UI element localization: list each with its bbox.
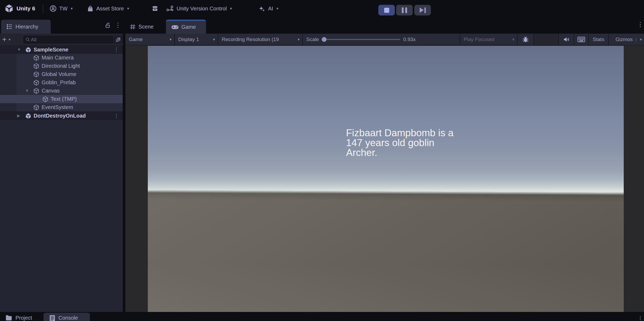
- account-label: TW: [59, 6, 67, 12]
- panel-divider[interactable]: [123, 34, 125, 312]
- gizmos-dropdown[interactable]: Gizmos | ▾: [609, 34, 644, 45]
- keyboard-icon: [578, 37, 585, 42]
- mute-audio-button[interactable]: [559, 34, 574, 45]
- hierarchy-scene-row[interactable]: ▼ SampleScene ⋮: [0, 45, 123, 54]
- gameobject-cube-icon: [42, 96, 49, 102]
- game-panel-kebab-menu-icon[interactable]: ⋮: [637, 21, 643, 28]
- hierarchy-row[interactable]: Global Volume: [0, 70, 123, 78]
- folder-icon: [5, 315, 12, 321]
- divider: [43, 4, 43, 13]
- main-toolbar: Unity 6 TW ▾ Asset Store ▾: [0, 0, 644, 17]
- gameobject-cube-icon: [33, 55, 39, 61]
- version-control-label: Unity Version Control: [177, 6, 227, 12]
- ai-sparkle-icon: [258, 5, 265, 12]
- pause-icon: [402, 7, 407, 13]
- stats-button[interactable]: Stats: [589, 34, 609, 45]
- row-kebab-menu-icon[interactable]: ⋮: [114, 46, 119, 53]
- hierarchy-row-label: Global Volume: [42, 71, 76, 77]
- account-menu[interactable]: TW ▾: [50, 0, 73, 17]
- chevron-down-icon: ▾: [9, 37, 10, 42]
- tab-scene[interactable]: Scene: [124, 20, 159, 34]
- picker-icon: [116, 37, 121, 42]
- play-focused-dropdown[interactable]: Play Focused ▾: [460, 34, 518, 45]
- scale-slider[interactable]: [322, 39, 400, 40]
- unity-logo-icon: [4, 4, 14, 13]
- scale-label: Scale: [303, 37, 319, 42]
- hierarchy-row[interactable]: Goblin_Prefab: [0, 78, 123, 87]
- asset-store-icon: [87, 5, 94, 12]
- hierarchy-row-label: Goblin_Prefab: [42, 79, 76, 86]
- account-icon: [50, 5, 57, 12]
- hierarchy-search-box[interactable]: [23, 36, 113, 43]
- console-icon: [49, 315, 55, 321]
- hierarchy-row-label: Canvas: [42, 88, 60, 94]
- hierarchy-row[interactable]: Text (TMP): [0, 95, 123, 103]
- tab-game[interactable]: Game: [166, 20, 206, 34]
- add-object-button[interactable]: + ▾: [2, 35, 17, 44]
- tab-hierarchy-label: Hierarchy: [15, 24, 38, 30]
- hierarchy-row[interactable]: Main Camera: [0, 54, 123, 62]
- unlock-icon[interactable]: [105, 22, 111, 29]
- gameobject-cube-icon: [33, 88, 39, 94]
- asset-store-menu[interactable]: Asset Store ▾: [87, 0, 129, 17]
- overlay-line: Archer.: [346, 148, 454, 158]
- foldout-triangle-icon[interactable]: ▶: [17, 113, 20, 118]
- bottom-kebab-menu-icon[interactable]: ⋮: [637, 315, 643, 321]
- hierarchy-row[interactable]: Directional Light: [0, 62, 123, 70]
- display-dropdown[interactable]: Display 1 ▾: [175, 34, 218, 45]
- overlay-line: Fizbaart Dampbomb is a: [346, 128, 454, 138]
- speaker-icon: [563, 36, 570, 43]
- hierarchy-row-label: DontDestroyOnLoad: [34, 113, 86, 119]
- asset-store-label: Asset Store: [96, 6, 124, 12]
- package-drawer-icon: [152, 5, 158, 12]
- package-drawer-button[interactable]: [152, 0, 158, 17]
- gameobject-cube-icon: [33, 79, 39, 86]
- step-button[interactable]: [414, 5, 431, 15]
- game-view-content: Fizbaart Dampbomb is a 147 years old gob…: [125, 45, 644, 312]
- chevron-down-icon: ▾: [276, 6, 279, 11]
- game-panel: Game ▾ Display 1 ▾ Recording Resolution …: [125, 34, 644, 312]
- foldout-triangle-icon[interactable]: ▼: [25, 88, 29, 93]
- foldout-triangle-icon[interactable]: ▼: [17, 47, 21, 52]
- chevron-down-icon: ▾: [169, 37, 172, 42]
- tab-hierarchy[interactable]: Hierarchy: [1, 20, 51, 34]
- scale-slider-knob[interactable]: [322, 37, 327, 42]
- chevron-down-icon: ▾: [127, 6, 129, 11]
- hierarchy-kebab-menu-icon[interactable]: ⋮: [115, 21, 121, 29]
- chevron-down-icon: ▾: [512, 37, 514, 42]
- hierarchy-row-label: EventSystem: [42, 104, 73, 110]
- row-kebab-menu-icon[interactable]: ⋮: [114, 113, 119, 119]
- display-label: Display 1: [175, 37, 199, 42]
- search-input[interactable]: [31, 37, 111, 43]
- hierarchy-row[interactable]: ▼ Canvas: [0, 87, 123, 95]
- version-control-menu[interactable]: Unity Version Control ▾: [166, 0, 232, 17]
- game-render-area[interactable]: Fizbaart Dampbomb is a 147 years old gob…: [148, 46, 624, 312]
- play-focused-label: Play Focused: [460, 37, 494, 42]
- scene-grid-icon: [130, 24, 136, 30]
- divider: |: [635, 37, 637, 42]
- toolbar-gap: [534, 34, 559, 45]
- scale-value: 0.93x: [403, 37, 416, 42]
- hierarchy-row[interactable]: EventSystem: [0, 103, 123, 111]
- keyboard-shortcuts-button[interactable]: [574, 34, 589, 45]
- play-button[interactable]: [378, 5, 395, 15]
- hierarchy-scene-row[interactable]: ▶ DontDestroyOnLoad ⋮: [0, 111, 123, 120]
- hierarchy-row-label: Main Camera: [42, 55, 74, 61]
- gameobject-cube-icon: [33, 71, 39, 78]
- debug-button[interactable]: [518, 34, 534, 45]
- chevron-down-icon: ▾: [213, 37, 215, 42]
- gizmos-label: Gizmos: [615, 37, 633, 42]
- ai-menu[interactable]: AI ▾: [258, 0, 278, 17]
- app-title: Unity 6: [17, 5, 35, 12]
- game-mode-dropdown[interactable]: Game ▾: [125, 34, 175, 45]
- scene-picker-button[interactable]: [114, 36, 122, 43]
- chevron-down-icon: ▾: [230, 6, 232, 11]
- game-view-toolbar: Game ▾ Display 1 ▾ Recording Resolution …: [125, 34, 644, 45]
- gameobject-cube-icon: [25, 47, 31, 53]
- tab-project[interactable]: Project: [3, 313, 38, 321]
- tab-console-label: Console: [58, 315, 78, 321]
- resolution-dropdown[interactable]: Recording Resolution (19 ▾: [218, 34, 303, 45]
- pause-button[interactable]: [396, 5, 413, 15]
- tab-console[interactable]: Console: [43, 313, 90, 321]
- plus-icon: +: [2, 35, 6, 44]
